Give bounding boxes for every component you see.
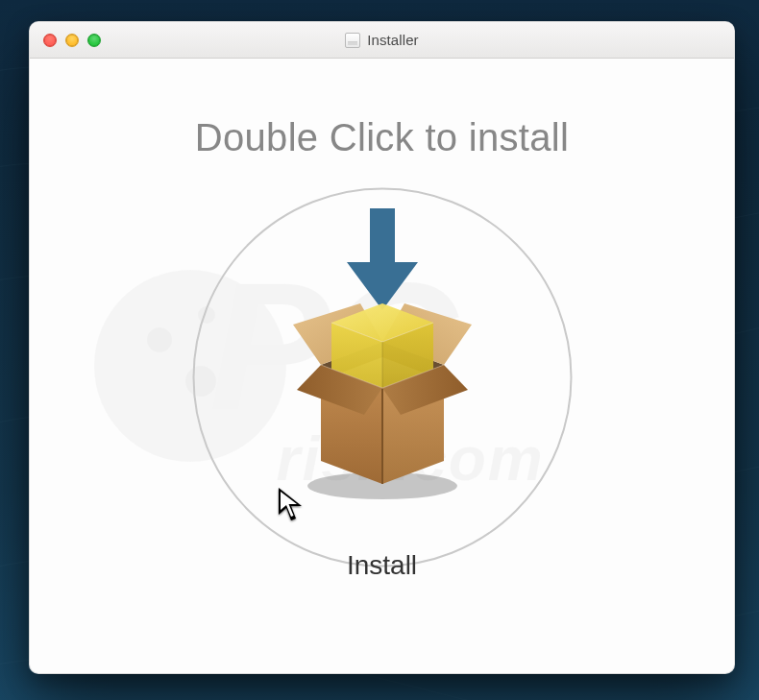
installer-window: Installer PC risk.com Double Click to in…	[29, 21, 735, 674]
disk-icon	[345, 33, 360, 48]
close-icon[interactable]	[43, 34, 57, 47]
install-package[interactable]	[272, 284, 493, 509]
install-label: Install	[347, 550, 417, 581]
window-content: PC risk.com Double Click to install	[30, 59, 734, 673]
minimize-icon[interactable]	[65, 34, 79, 47]
headline-text: Double Click to install	[30, 116, 734, 159]
traffic-lights	[43, 34, 101, 47]
titlebar[interactable]: Installer	[30, 22, 734, 59]
zoom-icon[interactable]	[87, 34, 101, 47]
window-title-text: Installer	[367, 32, 418, 48]
window-title: Installer	[345, 32, 418, 48]
